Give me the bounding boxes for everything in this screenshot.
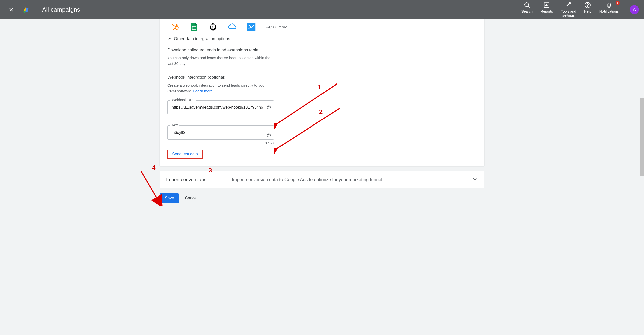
chevron-up-icon xyxy=(167,36,172,41)
key-field: Key 8 / 50 xyxy=(167,125,274,145)
close-button[interactable] xyxy=(5,4,17,16)
download-section-title: Download collected leads in ad extension… xyxy=(167,48,477,53)
help-label: Help xyxy=(584,9,591,13)
app-header: All campaigns Search Reports Tools and s… xyxy=(0,0,644,19)
import-conversions-desc: Import conversion data to Google Ads to … xyxy=(232,177,472,182)
svg-point-0 xyxy=(24,11,26,13)
search-icon xyxy=(524,2,530,8)
notifications-label: Notifications xyxy=(599,9,619,13)
page-title: All campaigns xyxy=(42,6,80,13)
search-label: Search xyxy=(521,9,533,13)
tools-label1: Tools and xyxy=(561,9,576,13)
svg-point-5 xyxy=(176,24,178,26)
reports-icon xyxy=(543,2,550,8)
scrollbar[interactable] xyxy=(640,98,644,176)
ads-logo-icon xyxy=(23,6,30,13)
svg-point-1 xyxy=(525,3,528,6)
cloud-icon[interactable] xyxy=(228,22,237,31)
learn-more-link[interactable]: Learn more xyxy=(193,89,213,93)
close-icon xyxy=(8,7,14,12)
cancel-button[interactable]: Cancel xyxy=(185,196,197,200)
notifications-tool[interactable]: ! Notifications xyxy=(596,1,622,14)
send-test-highlight: Send test data xyxy=(167,150,203,159)
help-icon xyxy=(267,133,271,138)
form-actions: Save Cancel xyxy=(160,193,484,206)
reports-label: Reports xyxy=(541,9,553,13)
divider xyxy=(36,5,36,15)
help-icon xyxy=(267,105,271,110)
webhook-section-title: Webhook integration (optional) xyxy=(167,75,477,80)
import-conversions-title: Import conversions xyxy=(166,177,232,182)
svg-point-15 xyxy=(212,27,214,29)
hubspot-icon[interactable] xyxy=(170,22,179,31)
webhook-section-desc: Create a webhook integration to send lea… xyxy=(167,82,273,94)
help-icon xyxy=(584,2,591,8)
collapser-label: Other data integration options xyxy=(174,36,230,41)
annotation-arrow-4 xyxy=(138,166,169,206)
svg-point-13 xyxy=(214,26,215,27)
webhook-url-input[interactable] xyxy=(167,100,274,114)
google-ads-logo xyxy=(23,6,30,13)
campaign-monitor-icon[interactable] xyxy=(247,22,256,31)
svg-point-4 xyxy=(587,6,588,7)
integration-icons-row: +4,300 more xyxy=(170,22,477,31)
google-sheets-icon[interactable] xyxy=(189,22,198,31)
svg-line-22 xyxy=(277,108,340,149)
svg-point-18 xyxy=(269,108,269,108)
chevron-down-icon xyxy=(472,176,478,182)
more-integrations-link[interactable]: +4,300 more xyxy=(266,25,287,29)
user-avatar[interactable]: A xyxy=(630,5,639,14)
download-section-desc: You can only download leads that've been… xyxy=(167,55,273,66)
svg-point-12 xyxy=(212,26,213,27)
other-integration-options-toggle[interactable]: Other data integration options xyxy=(167,36,477,41)
bell-icon xyxy=(606,2,612,8)
notification-badge: ! xyxy=(616,1,620,5)
help-tool[interactable]: Help xyxy=(581,1,594,14)
header-tools: Search Reports Tools and settings Help !… xyxy=(518,1,622,18)
mailchimp-icon[interactable] xyxy=(209,22,218,31)
key-input[interactable] xyxy=(167,125,274,140)
webhook-url-field: Webhook URL xyxy=(167,100,274,114)
svg-rect-16 xyxy=(247,23,255,31)
key-help[interactable] xyxy=(267,133,271,138)
search-tool[interactable]: Search xyxy=(518,1,536,14)
key-label: Key xyxy=(170,123,179,127)
svg-point-20 xyxy=(269,136,269,136)
key-char-counter: 8 / 50 xyxy=(167,141,274,145)
webhook-url-label: Webhook URL xyxy=(170,98,196,102)
annotation-arrow-2 xyxy=(274,106,342,154)
import-conversions-card[interactable]: Import conversions Import conversion dat… xyxy=(160,171,484,188)
svg-line-23 xyxy=(141,171,162,206)
divider xyxy=(625,5,625,14)
wrench-icon xyxy=(565,2,572,8)
reports-tool[interactable]: Reports xyxy=(538,1,556,14)
expand-icon-wrap xyxy=(472,176,478,183)
webhook-url-help[interactable] xyxy=(267,105,271,110)
send-test-data-button[interactable]: Send test data xyxy=(172,152,198,156)
tools-settings-tool[interactable]: Tools and settings xyxy=(558,1,579,18)
tools-label2: settings xyxy=(562,13,575,17)
